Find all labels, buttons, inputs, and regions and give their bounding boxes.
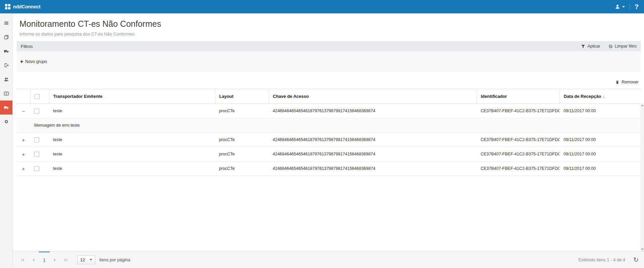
funnel-icon xyxy=(581,44,585,49)
sidebar-item-menu[interactable] xyxy=(0,16,12,30)
scroll-down-icon[interactable] xyxy=(641,249,644,250)
refresh-button[interactable]: ↻ xyxy=(633,257,639,263)
van-icon xyxy=(4,49,9,54)
sort-desc-icon: ↓ xyxy=(603,94,605,99)
expand-row-button[interactable]: + xyxy=(17,147,30,161)
next-page-icon xyxy=(53,258,57,262)
help-button[interactable]: ? xyxy=(635,3,639,11)
main-content: Monitoramento CT-es Não Conformes Inform… xyxy=(13,13,644,268)
new-group-label: Novo grupo xyxy=(25,59,47,64)
cell-transportador: teste xyxy=(49,161,215,176)
cell-layout: procCTe xyxy=(215,133,269,147)
sidebar: $ xyxy=(0,13,13,268)
chevron-down-icon xyxy=(90,259,92,261)
row-checkbox[interactable] xyxy=(34,152,39,157)
table-row: + teste procCTe 424684646546546187976137… xyxy=(17,147,641,161)
pager-nav: 1 xyxy=(17,252,71,268)
cell-data: 09/11/2017 00:00 xyxy=(559,147,641,161)
grid-toolbar: Remover xyxy=(17,75,641,89)
brand-label: nddConnect xyxy=(13,4,41,9)
column-header-chave[interactable]: Chave de Acesso xyxy=(269,89,477,104)
topbar-divider xyxy=(630,4,630,10)
documents-icon xyxy=(4,35,9,40)
cell-identificador: CE37B407-FBEF-41C2-B375-17E71DFDC92F xyxy=(477,104,559,118)
column-header-layout[interactable]: Layout xyxy=(215,89,269,104)
filters-bar: Filtros Aplicar Limpar filtro xyxy=(17,41,641,51)
sidebar-item-export[interactable] xyxy=(0,58,12,72)
row-checkbox[interactable] xyxy=(34,109,39,114)
trash-icon xyxy=(615,80,620,84)
page-number-current[interactable]: 1 xyxy=(39,252,50,268)
cell-data: 09/11/2017 00:00 xyxy=(559,161,641,176)
expand-row-button[interactable]: + xyxy=(17,161,30,176)
user-menu-button[interactable] xyxy=(615,4,625,9)
cell-transportador: teste xyxy=(49,133,215,147)
plus-icon: + xyxy=(20,59,23,64)
header-checkbox-cell xyxy=(30,89,49,104)
cell-chave: 4246846465465461879761379879817415646836… xyxy=(269,147,477,161)
cell-chave: 4246846465465461879761379879817415646836… xyxy=(269,104,477,118)
clear-filter-button[interactable]: Limpar filtro xyxy=(608,44,637,49)
remove-label: Remover xyxy=(622,80,639,84)
previous-page-button[interactable] xyxy=(28,252,39,268)
cell-layout: procCTe xyxy=(215,147,269,161)
expand-row-button[interactable]: + xyxy=(17,133,30,147)
sidebar-item-settings[interactable] xyxy=(0,115,12,129)
next-page-button[interactable] xyxy=(50,252,60,268)
clear-filter-label: Limpar filtro xyxy=(615,44,637,49)
scroll-up-icon[interactable] xyxy=(641,105,644,106)
cell-layout: procCTe xyxy=(215,104,269,118)
hamburger-icon xyxy=(4,20,9,26)
svg-text:$: $ xyxy=(5,92,7,95)
sidebar-item-users[interactable] xyxy=(0,72,12,86)
previous-page-icon xyxy=(31,258,36,262)
sidebar-item-cte-monitoring[interactable] xyxy=(0,100,12,115)
apply-filter-label: Aplicar xyxy=(587,44,600,49)
cell-identificador: CE37B407-FBEF-41C2-B375-17E71DFDC92F xyxy=(477,147,559,161)
column-header-transportador[interactable]: Transportador Emitente xyxy=(49,89,215,104)
brand[interactable]: nddConnect xyxy=(5,4,41,10)
apply-filter-button[interactable]: Aplicar xyxy=(581,44,600,49)
table-row: − teste procCTe 424684646546546187976137… xyxy=(17,104,641,118)
pager-right: Exibindo itens 1 - 4 de 4 ↻ xyxy=(579,257,639,263)
column-header-data-recepcao[interactable]: Data de Recepção↓ xyxy=(559,89,641,104)
table-row: + teste procCTe 424684646546546187976137… xyxy=(17,161,641,176)
sidebar-item-monitor[interactable] xyxy=(0,44,12,58)
select-all-checkbox[interactable] xyxy=(35,94,40,99)
table-header-row: Transportador Emitente Layout Chave de A… xyxy=(17,89,641,104)
filters-body: + Novo grupo xyxy=(17,51,641,72)
billing-icon: $ xyxy=(4,91,9,96)
column-header-identificador[interactable]: Identificador xyxy=(477,89,559,104)
vertical-scrollbar[interactable] xyxy=(640,104,644,251)
gear-icon xyxy=(4,119,9,124)
page-size-value: 12 xyxy=(80,257,85,262)
last-page-button[interactable] xyxy=(60,252,71,268)
export-icon xyxy=(4,63,9,68)
caret-down-icon xyxy=(622,6,625,8)
new-group-button[interactable]: + Novo grupo xyxy=(20,59,47,64)
table-row: + teste procCTe 424684646546546187976137… xyxy=(17,133,641,147)
detail-row: Mensagem de erro teste xyxy=(17,118,641,133)
collapse-row-button[interactable]: − xyxy=(17,104,30,118)
page-size-select[interactable]: 12 xyxy=(77,255,95,264)
cancel-circle-icon xyxy=(608,44,613,49)
first-page-button[interactable] xyxy=(17,252,28,268)
cell-transportador: teste xyxy=(49,147,215,161)
pager-summary: Exibindo itens 1 - 4 de 4 xyxy=(579,257,625,262)
page-size-label: itens por página xyxy=(99,257,130,262)
topbar-right: ? xyxy=(615,3,639,11)
cell-data: 09/11/2017 00:00 xyxy=(559,133,641,147)
remove-button[interactable]: Remover xyxy=(615,80,639,84)
sidebar-item-documents[interactable] xyxy=(0,30,12,44)
row-checkbox[interactable] xyxy=(34,137,39,142)
filters-title: Filtros xyxy=(21,44,33,49)
sidebar-item-billing[interactable]: $ xyxy=(0,86,12,100)
cell-chave: 4246846465465461879761379879817415646836… xyxy=(269,133,477,147)
cell-data: 09/11/2017 00:00 xyxy=(559,104,641,118)
page-header: Monitoramento CT-es Não Conformes Inform… xyxy=(13,13,644,37)
pager: 1 12 itens por página xyxy=(13,251,644,268)
row-checkbox[interactable] xyxy=(34,166,39,171)
cell-transportador: teste xyxy=(49,104,215,118)
page-title: Monitoramento CT-es Não Conformes xyxy=(19,18,639,29)
brand-logo-icon xyxy=(5,4,11,10)
